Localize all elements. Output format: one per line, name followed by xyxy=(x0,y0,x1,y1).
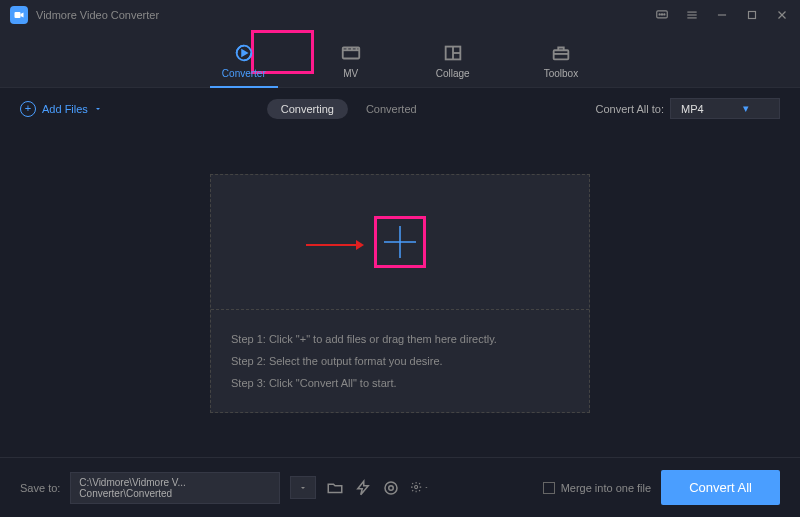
svg-point-28 xyxy=(415,486,418,489)
step2-text: Step 2: Select the output format you des… xyxy=(231,350,569,372)
chevron-down-icon xyxy=(299,484,307,492)
svg-point-3 xyxy=(661,14,662,15)
tab-collage-label: Collage xyxy=(436,68,470,79)
menu-icon[interactable] xyxy=(684,7,700,23)
tab-converter-label: Converter xyxy=(222,68,266,79)
feedback-icon[interactable] xyxy=(654,7,670,23)
svg-point-27 xyxy=(389,485,394,490)
merge-label: Merge into one file xyxy=(561,482,652,494)
merge-checkbox[interactable]: Merge into one file xyxy=(543,482,652,494)
subtab-converted[interactable]: Converted xyxy=(352,99,431,119)
chevron-down-icon: ▾ xyxy=(743,102,749,115)
svg-rect-9 xyxy=(749,12,756,19)
plus-circle-icon: + xyxy=(20,101,36,117)
main-tabs: Converter MV Collage Toolbox xyxy=(0,30,800,88)
footer: Save to: C:\Vidmore\Vidmore V... Convert… xyxy=(0,457,800,517)
step3-text: Step 3: Click "Convert All" to start. xyxy=(231,372,569,394)
maximize-button[interactable] xyxy=(744,7,760,23)
secondary-bar: + Add Files Converting Converted Convert… xyxy=(0,88,800,129)
toolbox-icon xyxy=(550,42,572,64)
dropzone-top xyxy=(211,175,589,310)
svg-rect-0 xyxy=(15,12,21,18)
save-to-label: Save to: xyxy=(20,482,60,494)
tab-toolbox[interactable]: Toolbox xyxy=(532,38,590,87)
add-files-button[interactable]: + Add Files xyxy=(20,101,102,117)
hardware-accel-button[interactable] xyxy=(354,479,372,497)
close-button[interactable] xyxy=(774,7,790,23)
open-folder-button[interactable] xyxy=(326,479,344,497)
tab-mv-label: MV xyxy=(343,68,358,79)
format-value: MP4 xyxy=(681,103,704,115)
convert-all-button[interactable]: Convert All xyxy=(661,470,780,505)
app-title: Vidmore Video Converter xyxy=(36,9,654,21)
save-path-dropdown[interactable] xyxy=(290,476,316,499)
dropzone[interactable]: Step 1: Click "+" to add files or drag t… xyxy=(210,174,590,413)
add-files-label: Add Files xyxy=(42,103,88,115)
format-select[interactable]: MP4 ▾ xyxy=(670,98,780,119)
red-arrow-annotation xyxy=(306,237,366,253)
svg-point-4 xyxy=(664,14,665,15)
subtab-converting[interactable]: Converting xyxy=(267,99,348,119)
svg-point-26 xyxy=(385,482,397,494)
tab-collage[interactable]: Collage xyxy=(424,38,482,87)
high-speed-button[interactable] xyxy=(382,479,400,497)
tab-converter[interactable]: Converter xyxy=(210,38,278,87)
chevron-down-icon xyxy=(94,105,102,113)
converter-icon xyxy=(233,42,255,64)
step1-text: Step 1: Click "+" to add files or drag t… xyxy=(231,328,569,350)
tab-toolbox-label: Toolbox xyxy=(544,68,578,79)
titlebar: Vidmore Video Converter xyxy=(0,0,800,30)
tab-mv[interactable]: MV xyxy=(328,38,374,87)
convert-all-to: Convert All to: MP4 ▾ xyxy=(596,98,780,119)
mv-icon xyxy=(340,42,362,64)
convert-all-to-label: Convert All to: xyxy=(596,103,664,115)
app-logo xyxy=(10,6,28,24)
svg-point-2 xyxy=(659,14,660,15)
sub-tabs: Converting Converted xyxy=(267,99,431,119)
content-area: Step 1: Click "+" to add files or drag t… xyxy=(0,129,800,457)
minimize-button[interactable] xyxy=(714,7,730,23)
settings-gear-button[interactable] xyxy=(410,479,428,497)
dropzone-steps: Step 1: Click "+" to add files or drag t… xyxy=(211,310,589,412)
plus-icon xyxy=(380,222,420,262)
collage-icon xyxy=(442,42,464,64)
save-path-input[interactable]: C:\Vidmore\Vidmore V... Converter\Conver… xyxy=(70,472,280,504)
checkbox-icon xyxy=(543,482,555,494)
add-file-plus-button[interactable] xyxy=(374,216,426,268)
